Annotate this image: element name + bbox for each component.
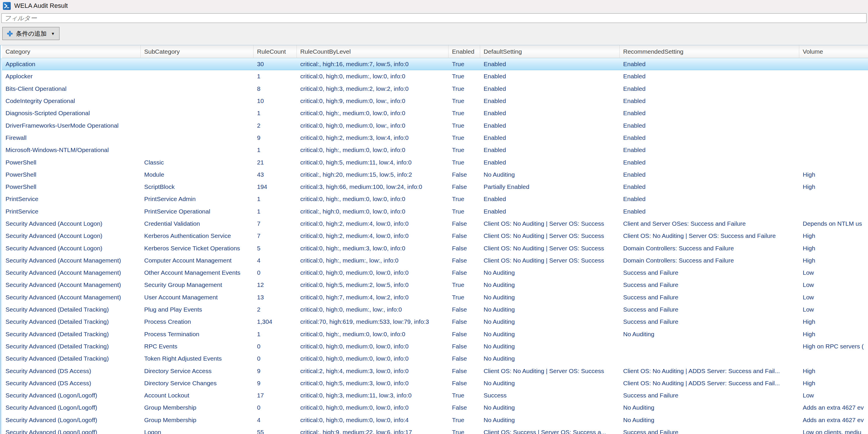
cell-defaultsetting: Enabled bbox=[480, 206, 620, 218]
table-row[interactable]: Security Advanced (Account Management) S… bbox=[2, 279, 868, 291]
table-row[interactable]: Security Advanced (Account Logon) Creden… bbox=[2, 218, 868, 230]
header-cell-recommendedsetting[interactable]: RecommendedSetting bbox=[620, 45, 799, 58]
cell-recommendedsetting: Success and Failure bbox=[620, 291, 799, 304]
cell-subcategory: Other Account Management Events bbox=[141, 267, 253, 279]
cell-category: Applocker bbox=[2, 70, 141, 83]
plus-icon bbox=[7, 31, 13, 36]
cell-volume: Adds an extra 4627 ev bbox=[799, 402, 868, 414]
cell-enabled: True bbox=[448, 156, 480, 168]
cell-rulecountbylevel: critical:0, high:2, medium:3, low:4, inf… bbox=[297, 132, 448, 144]
cell-enabled: False bbox=[448, 218, 480, 230]
table-row[interactable]: Security Advanced (Logon/Logoff) Group M… bbox=[2, 402, 868, 414]
filter-input[interactable] bbox=[1, 13, 867, 23]
table-row[interactable]: Security Advanced (Logon/Logoff) Logon 5… bbox=[2, 426, 868, 434]
table-row[interactable]: Security Advanced (DS Access) Directory … bbox=[2, 365, 868, 377]
cell-rulecountbylevel: critical:0, high:2, medium:4, low:0, inf… bbox=[297, 218, 448, 230]
cell-subcategory: Credential Validation bbox=[141, 218, 253, 230]
table-row[interactable]: PowerShell Module 43 critical:, high:20,… bbox=[2, 168, 868, 181]
cell-category: CodeIntegrity Operational bbox=[2, 95, 141, 107]
table-row[interactable]: Security Advanced (Account Logon) Kerber… bbox=[2, 230, 868, 242]
grid-header: Category SubCategory RuleCount RuleCount… bbox=[2, 45, 868, 58]
cell-rulecount: 55 bbox=[253, 426, 297, 434]
table-row[interactable]: PrintService PrintService Operational 1 … bbox=[2, 206, 868, 218]
table-row[interactable]: Security Advanced (Detailed Tracking) Pr… bbox=[2, 316, 868, 328]
add-criteria-button[interactable]: 条件の追加 ▼ bbox=[2, 27, 59, 40]
cell-enabled: True bbox=[448, 426, 480, 434]
header-cell-volume[interactable]: Volume bbox=[799, 45, 868, 58]
wela-audit-window: WELA Audit Result 条件の追加 ▼ Category SubCa… bbox=[0, 0, 868, 434]
cell-volume: High bbox=[799, 377, 868, 389]
cell-enabled: True bbox=[448, 279, 480, 291]
cell-defaultsetting: Client OS: No Auditing | Server OS: Succ… bbox=[480, 254, 620, 267]
table-row[interactable]: Applocker 1 critical:0, high:0, medium:,… bbox=[2, 70, 868, 83]
table-row[interactable]: CodeIntegrity Operational 10 critical:0,… bbox=[2, 95, 868, 107]
cell-defaultsetting: Enabled bbox=[480, 156, 620, 168]
header-cell-rulecount[interactable]: RuleCount bbox=[253, 45, 297, 58]
cell-defaultsetting: No Auditing bbox=[480, 267, 620, 279]
cell-rulecount: 2 bbox=[253, 304, 297, 316]
cell-rulecount: 0 bbox=[253, 402, 297, 414]
cell-category: Security Advanced (Logon/Logoff) bbox=[2, 389, 141, 402]
cell-enabled: True bbox=[448, 58, 480, 70]
cell-recommendedsetting: Enabled bbox=[620, 120, 799, 132]
cell-category: Security Advanced (Account Logon) bbox=[2, 242, 141, 254]
table-row[interactable]: Security Advanced (Logon/Logoff) Account… bbox=[2, 389, 868, 402]
cell-enabled: False bbox=[448, 328, 480, 340]
cell-rulecountbylevel: critical:, high:16, medium:7, low:5, inf… bbox=[297, 58, 448, 70]
table-row[interactable]: Microsoft-Windows-NTLM/Operational 1 cri… bbox=[2, 144, 868, 156]
cell-category: Security Advanced (Account Management) bbox=[2, 279, 141, 291]
cell-rulecountbylevel: critical:, high:9, medium:22, low:6, inf… bbox=[297, 426, 448, 434]
table-row[interactable]: Security Advanced (DS Access) Directory … bbox=[2, 377, 868, 389]
cell-rulecountbylevel: critical:0, high:, medium:0, low:0, info… bbox=[297, 328, 448, 340]
cell-enabled: True bbox=[448, 107, 480, 119]
cell-defaultsetting: Enabled bbox=[480, 107, 620, 119]
table-row[interactable]: PrintService PrintService Admin 1 critic… bbox=[2, 193, 868, 205]
chevron-down-icon: ▼ bbox=[51, 31, 55, 36]
toolbar: 条件の追加 ▼ bbox=[0, 23, 868, 40]
cell-rulecount: 21 bbox=[253, 156, 297, 168]
header-cell-category[interactable]: Category bbox=[2, 45, 141, 58]
table-row[interactable]: Diagnosis-Scripted Operational 1 critica… bbox=[2, 107, 868, 119]
table-row[interactable]: Security Advanced (Detailed Tracking) To… bbox=[2, 352, 868, 365]
cell-defaultsetting: Enabled bbox=[480, 193, 620, 205]
cell-rulecountbylevel: critical:0, high:3, medium:11, low:3, in… bbox=[297, 389, 448, 402]
window-title: WELA Audit Result bbox=[14, 2, 68, 9]
cell-recommendedsetting: Enabled bbox=[620, 156, 799, 168]
table-row[interactable]: Security Advanced (Detailed Tracking) Pr… bbox=[2, 328, 868, 340]
cell-defaultsetting: No Auditing bbox=[480, 168, 620, 181]
cell-subcategory: User Account Management bbox=[141, 291, 253, 304]
header-cell-defaultsetting[interactable]: DefaultSetting bbox=[480, 45, 620, 58]
table-row[interactable]: Security Advanced (Detailed Tracking) RP… bbox=[2, 340, 868, 352]
table-row[interactable]: Security Advanced (Account Management) U… bbox=[2, 291, 868, 304]
table-row[interactable]: Bits-Client Operational 8 critical:0, hi… bbox=[2, 83, 868, 95]
cell-subcategory: Directory Service Changes bbox=[141, 377, 253, 389]
cell-rulecountbylevel: critical:, high:20, medium:15, low:5, in… bbox=[297, 168, 448, 181]
cell-rulecount: 17 bbox=[253, 389, 297, 402]
table-row[interactable]: Security Advanced (Account Management) C… bbox=[2, 254, 868, 267]
cell-rulecount: 9 bbox=[253, 365, 297, 377]
cell-rulecountbylevel: critical:2, high:4, medium:3, low:0, inf… bbox=[297, 365, 448, 377]
header-cell-subcategory[interactable]: SubCategory bbox=[141, 45, 253, 58]
cell-rulecount: 10 bbox=[253, 95, 297, 107]
cell-recommendedsetting: Enabled bbox=[620, 95, 799, 107]
cell-defaultsetting: Client OS: No Auditing | Server OS: Succ… bbox=[480, 242, 620, 254]
table-row[interactable]: PowerShell ScriptBlock 194 critical:3, h… bbox=[2, 181, 868, 193]
cell-rulecountbylevel: critical:, high:0, medium:0, low:0, info… bbox=[297, 206, 448, 218]
header-cell-rulecountbylevel[interactable]: RuleCountByLevel bbox=[297, 45, 448, 58]
table-row[interactable]: Security Advanced (Account Logon) Kerber… bbox=[2, 242, 868, 254]
cell-subcategory: Kerberos Service Ticket Operations bbox=[141, 242, 253, 254]
table-row[interactable]: Firewall 9 critical:0, high:2, medium:3,… bbox=[2, 132, 868, 144]
cell-enabled: False bbox=[448, 365, 480, 377]
table-row[interactable]: DriverFrameworks-UserMode Operational 2 … bbox=[2, 119, 868, 131]
table-row[interactable]: PowerShell Classic 21 critical:0, high:5… bbox=[2, 156, 868, 168]
cell-defaultsetting: No Auditing bbox=[480, 316, 620, 328]
cell-defaultsetting: Enabled bbox=[480, 132, 620, 144]
table-row[interactable]: Application 30 critical:, high:16, mediu… bbox=[2, 58, 868, 70]
cell-volume: High bbox=[799, 254, 868, 267]
cell-rulecountbylevel: critical:0, high:, medium:0, low:0, info… bbox=[297, 193, 448, 205]
table-row[interactable]: Security Advanced (Detailed Tracking) Pl… bbox=[2, 304, 868, 316]
table-row[interactable]: Security Advanced (Logon/Logoff) Group M… bbox=[2, 414, 868, 426]
table-row[interactable]: Security Advanced (Account Management) O… bbox=[2, 267, 868, 279]
header-cell-enabled[interactable]: Enabled bbox=[448, 45, 480, 58]
cell-recommendedsetting: Enabled bbox=[620, 132, 799, 144]
